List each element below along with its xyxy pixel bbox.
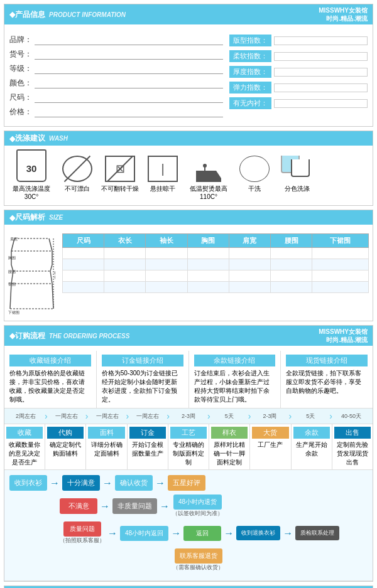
svg-point-3 [203,164,207,168]
wash-item-no-tumble: ⊠ 不可翻转干燥 [101,156,139,193]
step-craft: 工艺 专业精确的制版面料定制 [168,424,209,469]
field-brand-label: 品牌： [9,35,35,45]
table-row [63,259,369,270]
timeline-proxy-time: 一周左右 [49,412,84,420]
field-brand-line [35,35,223,45]
product-info-body: 品牌： 货号： 等级： 颜色： 尺码： 价格： [4,29,373,126]
flow-contact-service-box: 联系客服退货 [175,548,222,564]
wash-dry-clean-label: 干洗 [248,184,261,193]
rating-thickness-bar [274,68,368,77]
wash-item-dry-clean: 干洗 [236,156,273,193]
rating-style-label: 版型指数： [229,35,271,46]
flow-48h-return: 48小时内退货 （以签收时间为准） [172,494,223,518]
flow-arrow-r3b: → [171,528,181,539]
size-th-chest: 胸围 [187,234,229,248]
wash-section: ◆ 洗涤建议 WASH 30 最高洗涤温度30C° 不可漂白 ⊠ 不可翻转干燥 [4,131,373,206]
svg-line-23 [10,284,11,309]
size-header: ◆ 尺码解析 SIZE [4,210,373,225]
flow-quality-box: 质量问题 [63,521,101,537]
product-info-section: ◆ 产品信息 PRODUCT INFORMATION MISSWHY女装馆 时尚… [4,4,373,127]
wash-icons-row: 30 最高洗涤温度30C° 不可漂白 ⊠ 不可翻转干燥 | 悬挂晾干 [4,151,373,205]
rating-soft: 柔软指数： [229,50,368,62]
timeline-balance-time: 5天 [293,412,328,420]
step-sale: 出售 定制前先验货发现现货出售 [332,424,373,469]
step-sample-name: 样衣 [211,427,248,439]
step-craft-name: 工艺 [170,427,207,439]
step-craft-desc: 专业精确的制版面料定制 [170,441,207,467]
size-table-container: 尺码 衣长 袖长 胸围 肩宽 腰围 下裙围 [62,233,369,317]
order-card-collect-text: 价格为原版价格的是收藏链接，并非宝贝价格，喜欢请收藏，投收藏量决定是否定制哦。 [9,369,91,404]
field-grade-line [35,64,223,74]
svg-text:胸围: 胸围 [8,256,16,260]
size-section: ◆ 尺码解析 SIZE 肩宽 胸围 腰围 [4,210,373,321]
product-fields-left: 品牌： 货号： 等级： 颜色： 尺码： 价格： [9,35,223,121]
svg-text:腰围: 腰围 [8,270,16,274]
rating-lining-bar [274,99,368,108]
flow-confirm-box: 确认收货 [115,475,153,491]
order-card-stock: 现货链接介绍 全款现货链接，拍下联系客服立即发货不必等待，享受自助购物的乐趣吧。 [281,351,373,408]
field-price: 价格： [9,107,223,117]
flow-arrow-r2b: → [160,501,170,512]
wash-item-hang: | 悬挂晾干 [144,156,182,193]
flow-receive-back: 收到退换衣衫 [236,526,280,540]
flow-contact-sub: （需客服确认收货） [173,564,224,572]
wash-diamond-icon: ◆ [9,134,15,143]
wash-item-separate: 分色洗涤 [278,156,316,193]
step-bulk-desc: 工厂生产 [252,441,288,449]
step-material: 面料 详细分析确定面辅料 [86,424,127,469]
size-th-hem: 下裙围 [312,234,369,248]
timeline-collect-time: 2周左右 [8,412,43,420]
svg-line-7 [49,238,52,251]
timeline-bulk-time: 2-3周 [252,412,287,420]
rating-style-bar [274,36,368,45]
order-card-stock-title: 现货链接介绍 [286,355,368,366]
step-bulk-name: 大货 [252,427,288,439]
svg-text:裙: 裙 [54,271,55,275]
timeline-arrow8: › [329,411,332,421]
steps-row: 收藏 收藏数量你的意见决定是否生产 代购 确定定制代购面辅料 面料 详细分析确定… [4,424,373,470]
timeline-sale-time: 40-50天 [334,412,369,420]
field-size: 尺码： [9,92,223,103]
step-material-desc: 详细分析确定面辅料 [88,441,124,458]
field-price-label: 价格： [9,107,35,117]
flow-arrow-r1c: → [155,478,165,489]
flow-48h-sub: （以签收时间为准） [172,510,223,518]
flow-non-quality-box: 非质量问题 [112,498,157,514]
size-th-size: 尺码 [63,234,104,248]
timeline-arrow5: › [207,411,210,421]
flow-arrow-r3c: → [224,528,234,539]
step-deposit-name: 订金 [129,427,166,439]
step-sale-desc: 定制前先验货发现现货出售 [334,441,371,467]
size-en-title: SIZE [49,214,63,221]
table-row [63,270,369,282]
svg-marker-0 [196,178,221,182]
header-brand: MISSWHY女装馆 时尚.精品.潮流 [319,6,368,23]
field-item-no: 货号： [9,49,223,60]
flow-qc: 质检联系处理 [295,526,339,540]
step-proxy-name: 代购 [47,427,84,439]
timeline-arrow6: › [248,411,251,421]
svg-text:下裙围: 下裙围 [8,311,19,314]
field-brand: 品牌： [9,35,223,45]
step-proxy: 代购 确定定制代购面辅料 [45,424,86,469]
flow-qc-box: 质检联系处理 [295,526,339,540]
field-size-label: 尺码： [9,92,35,103]
product-diamond-icon: ◆ [9,10,15,19]
size-th-shoulder: 肩宽 [229,234,270,248]
svg-line-15 [50,265,52,271]
wash-item-30: 30 最高洗涤温度30C° [9,156,53,200]
order-card-deposit-title: 订金链接介绍 [102,355,183,366]
flow-48h-exchange-box: 48小时内返回 [120,526,168,541]
rating-elastic-label: 弹力指数： [229,82,271,94]
flow-quality-sub: （拍照联系客服） [60,537,105,545]
step-deposit: 订金 开始订金根据数量生产 [128,424,168,469]
order-intro-row: 收藏链接介绍 价格为原版价格的是收藏链接，并非宝贝价格，喜欢请收藏，投收藏量决定… [4,351,373,409]
timeline-craft-time: 2-3周 [171,412,206,420]
order-header: ◆ 订购流程 THE ORDERING PROCESS MISSWHY女装馆 时… [4,326,373,346]
order-card-stock-text: 全款现货链接，拍下联系客服立即发货不必等待，享受自助购物的乐趣吧。 [286,369,368,395]
step-balance-name: 余款 [293,427,330,439]
size-th-waist: 腰围 [271,234,312,248]
wash-iron-label: 低温熨烫最高110C° [187,184,231,200]
size-diagram: 肩宽 胸围 腰围 臀围 裙 [8,233,58,317]
order-card-deposit-text: 价格为50-300为订金链接已经开始定制小妹会随时更新衣衫进度，全款拍下订金预定… [102,369,183,404]
